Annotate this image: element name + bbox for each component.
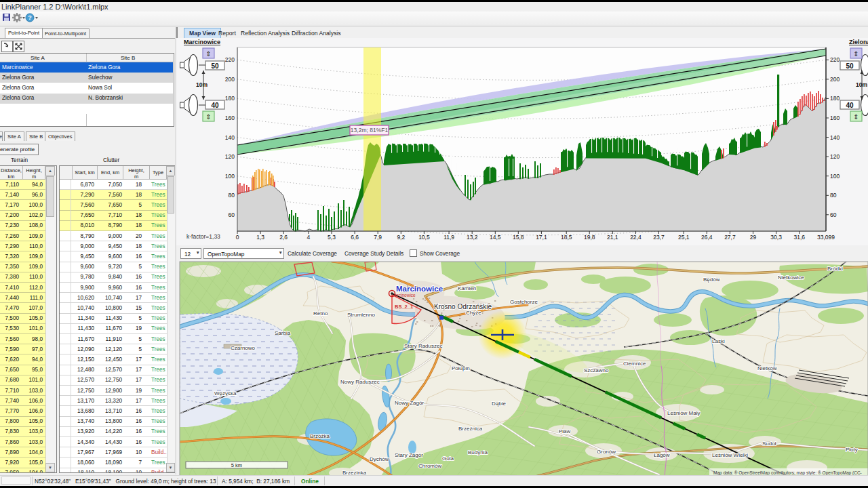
svg-text:10m: 10m bbox=[196, 81, 208, 88]
svg-text:60: 60 bbox=[830, 211, 837, 218]
svg-text:200: 200 bbox=[225, 76, 235, 83]
svg-text:14,5: 14,5 bbox=[490, 234, 501, 241]
svg-text:11,9: 11,9 bbox=[443, 234, 454, 241]
svg-text:Będów: Będów bbox=[703, 277, 720, 283]
svg-text:Nietków: Nietków bbox=[757, 365, 777, 371]
svg-text:180: 180 bbox=[830, 95, 840, 102]
svg-text:Gola: Gola bbox=[442, 455, 454, 462]
svg-text:Bródki: Bródki bbox=[827, 266, 843, 272]
svg-text:Wężyska: Wężyska bbox=[214, 390, 237, 396]
svg-text:Zielona: Zielona bbox=[849, 39, 868, 45]
svg-text:Stary Raduszec: Stary Raduszec bbox=[404, 343, 442, 349]
svg-text:22,4: 22,4 bbox=[630, 234, 642, 241]
svg-text:4: 4 bbox=[307, 234, 311, 241]
svg-text:Kamień: Kamień bbox=[458, 285, 476, 291]
svg-text:200: 200 bbox=[830, 76, 840, 83]
svg-text:Chyże: Chyże bbox=[466, 310, 481, 316]
svg-text:17,1: 17,1 bbox=[536, 234, 547, 241]
svg-text:50: 50 bbox=[211, 62, 219, 70]
svg-text:Krosno Odrzańskie: Krosno Odrzańskie bbox=[434, 303, 492, 310]
svg-text:Pław: Pław bbox=[559, 428, 571, 434]
svg-text:100: 100 bbox=[225, 173, 235, 180]
svg-text:⇕: ⇕ bbox=[205, 113, 211, 121]
svg-text:⇕: ⇕ bbox=[853, 50, 859, 58]
svg-text:18,5: 18,5 bbox=[561, 234, 572, 241]
svg-text:Dąbie: Dąbie bbox=[492, 401, 506, 407]
svg-text:Brzóżka: Brzóżka bbox=[310, 433, 330, 439]
svg-text:⇕: ⇕ bbox=[853, 113, 859, 121]
svg-text:Stary Zagór: Stary Zagór bbox=[395, 452, 423, 458]
svg-text:80: 80 bbox=[830, 192, 837, 199]
svg-text:Gronów: Gronów bbox=[597, 449, 616, 455]
svg-text:BS_2_1: BS_2_1 bbox=[395, 304, 413, 310]
svg-text:10m: 10m bbox=[856, 81, 867, 88]
svg-text:140: 140 bbox=[225, 134, 235, 141]
svg-text:60: 60 bbox=[229, 211, 235, 218]
svg-text:?: ? bbox=[28, 14, 32, 21]
svg-text:100: 100 bbox=[830, 173, 840, 180]
svg-text:Chromów: Chromów bbox=[418, 463, 441, 469]
svg-text:50: 50 bbox=[846, 62, 854, 70]
svg-text:⇕: ⇕ bbox=[205, 50, 211, 58]
svg-text:Nietkowice: Nietkowice bbox=[778, 274, 804, 281]
svg-text:2,6: 2,6 bbox=[279, 234, 288, 241]
svg-text:120: 120 bbox=[225, 153, 235, 160]
svg-text:13,2: 13,2 bbox=[467, 234, 478, 241]
svg-text:Nowy Zagór: Nowy Zagór bbox=[395, 400, 424, 406]
svg-text:Nowy Raduszec: Nowy Raduszec bbox=[340, 379, 380, 385]
svg-text:Dychów: Dychów bbox=[370, 456, 389, 462]
svg-text:0: 0 bbox=[236, 234, 239, 241]
svg-text:Ciemnice: Ciemnice bbox=[623, 361, 646, 367]
svg-text:15,8: 15,8 bbox=[513, 234, 524, 241]
svg-text:40: 40 bbox=[211, 102, 219, 109]
svg-text:13,2m; 81%F1: 13,2m; 81%F1 bbox=[351, 127, 389, 134]
svg-text:Marcinowice: Marcinowice bbox=[396, 285, 443, 293]
svg-text:180: 180 bbox=[225, 95, 235, 102]
svg-text:Łagów: Łagów bbox=[654, 452, 670, 458]
svg-text:k-factor=1,33: k-factor=1,33 bbox=[186, 233, 220, 240]
svg-text:Marcinowice: Marcinowice bbox=[184, 39, 220, 45]
svg-text:1,3: 1,3 bbox=[256, 234, 264, 241]
svg-text:7,9: 7,9 bbox=[374, 234, 382, 241]
svg-text:19,8: 19,8 bbox=[584, 234, 595, 241]
svg-text:Szczawno: Szczawno bbox=[584, 367, 609, 373]
svg-text:29: 29 bbox=[750, 234, 757, 241]
svg-text:Budynia: Budynia bbox=[468, 449, 488, 455]
svg-text:Połupin: Połupin bbox=[452, 365, 470, 371]
svg-text:6,6: 6,6 bbox=[351, 234, 359, 241]
svg-text:5 km: 5 km bbox=[231, 462, 242, 468]
svg-text:Gostchorze: Gostchorze bbox=[510, 299, 538, 305]
svg-text:Strumienno: Strumienno bbox=[347, 312, 375, 318]
svg-text:120: 120 bbox=[830, 153, 840, 160]
svg-text:10,5: 10,5 bbox=[418, 234, 430, 241]
svg-text:9,2: 9,2 bbox=[397, 234, 405, 241]
svg-text:Czarnowo: Czarnowo bbox=[231, 345, 256, 351]
svg-text:25,1: 25,1 bbox=[678, 234, 690, 241]
svg-text:160: 160 bbox=[830, 115, 840, 121]
svg-text:Brzeźnica: Brzeźnica bbox=[458, 426, 483, 432]
svg-text:40: 40 bbox=[846, 102, 854, 109]
svg-text:220: 220 bbox=[830, 56, 840, 63]
svg-text:27,7: 27,7 bbox=[724, 234, 736, 241]
svg-text:33,099: 33,099 bbox=[817, 234, 835, 241]
svg-text:arcinowice: arcinowice bbox=[395, 293, 416, 298]
svg-text:Laski: Laski bbox=[712, 338, 725, 344]
svg-text:31,6: 31,6 bbox=[793, 234, 805, 241]
svg-text:Sudoł: Sudoł bbox=[762, 441, 776, 447]
svg-text:140: 140 bbox=[830, 134, 840, 141]
svg-text:Leśniów Wielki: Leśniów Wielki bbox=[712, 452, 748, 458]
svg-text:Sarbia: Sarbia bbox=[275, 330, 291, 336]
svg-text:220: 220 bbox=[225, 56, 235, 63]
svg-text:80: 80 bbox=[229, 192, 235, 199]
svg-text:Retno: Retno bbox=[313, 310, 328, 317]
svg-text:26,4: 26,4 bbox=[701, 234, 713, 241]
svg-text:160: 160 bbox=[225, 115, 235, 121]
svg-text:21,1: 21,1 bbox=[607, 234, 618, 241]
svg-text:5,3: 5,3 bbox=[328, 234, 336, 241]
svg-text:Płoty: Płoty bbox=[846, 447, 858, 453]
svg-text:30,3: 30,3 bbox=[770, 234, 782, 241]
svg-text:23,7: 23,7 bbox=[653, 234, 665, 241]
svg-text:Leśniów Mały: Leśniów Mały bbox=[667, 410, 700, 416]
